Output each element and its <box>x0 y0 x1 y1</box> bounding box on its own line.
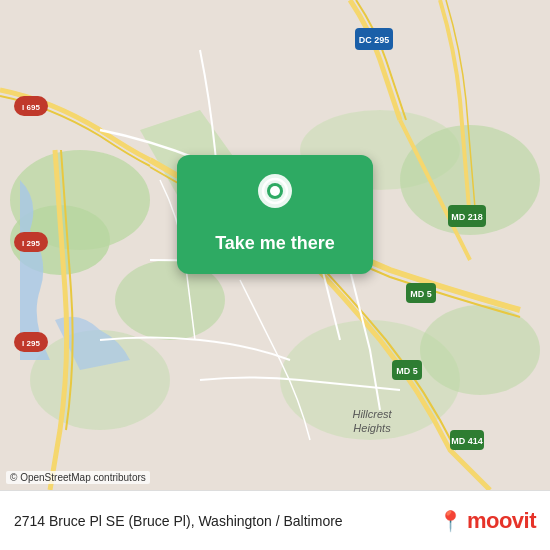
svg-text:MD 5: MD 5 <box>396 366 418 376</box>
take-me-there-button[interactable]: Take me there <box>177 155 373 274</box>
svg-text:MD 5: MD 5 <box>410 289 432 299</box>
osm-attribution: © OpenStreetMap contributors <box>6 471 150 484</box>
take-me-there-label: Take me there <box>215 233 335 254</box>
address-text: 2714 Bruce Pl SE (Bruce Pl), Washington … <box>14 513 438 529</box>
svg-text:MD 414: MD 414 <box>451 436 483 446</box>
svg-point-10 <box>420 305 540 395</box>
moovit-pin-icon: 📍 <box>438 509 463 533</box>
svg-point-33 <box>270 186 280 196</box>
svg-text:MD 218: MD 218 <box>451 212 483 222</box>
location-pin-icon <box>250 173 300 223</box>
moovit-logo: 📍 moovit <box>438 508 536 534</box>
svg-text:Hillcrest: Hillcrest <box>352 408 392 420</box>
bottom-bar: 2714 Bruce Pl SE (Bruce Pl), Washington … <box>0 490 550 550</box>
svg-text:I 295: I 295 <box>22 339 40 348</box>
moovit-brand-text: moovit <box>467 508 536 534</box>
svg-text:I 695: I 695 <box>22 103 40 112</box>
svg-text:Heights: Heights <box>353 422 391 434</box>
map-container: DC 295 MD 218 MD 5 MD 5 MD 414 I 695 I 2… <box>0 0 550 490</box>
svg-text:I 295: I 295 <box>22 239 40 248</box>
svg-text:DC 295: DC 295 <box>359 35 390 45</box>
